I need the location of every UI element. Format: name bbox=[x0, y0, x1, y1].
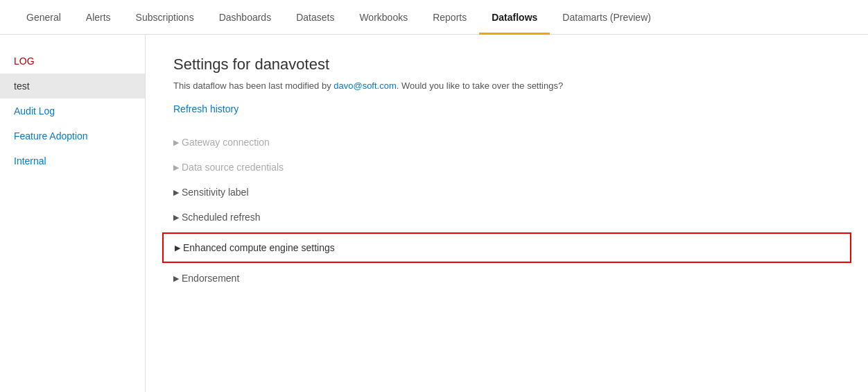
section-scheduled-refresh[interactable]: ▶ Scheduled refresh bbox=[173, 205, 840, 230]
content-area: Settings for danavotest This dataflow ha… bbox=[146, 35, 868, 392]
sidebar-item-audit-log[interactable]: Audit Log bbox=[0, 99, 145, 123]
subtitle-before-text: This dataflow has been last modified by bbox=[173, 80, 333, 91]
tab-general[interactable]: General bbox=[14, 0, 73, 35]
sidebar-item-test[interactable]: test bbox=[0, 74, 145, 99]
section-sensitivity-label[interactable]: ▶ Sensitivity label bbox=[173, 180, 840, 205]
chevron-right-icon: ▶ bbox=[173, 213, 179, 222]
section-label: Sensitivity label bbox=[182, 187, 249, 198]
subtitle-email-link[interactable]: davo@soft.com bbox=[333, 80, 397, 91]
tab-reports[interactable]: Reports bbox=[420, 0, 479, 35]
tab-alerts[interactable]: Alerts bbox=[73, 0, 123, 35]
main-layout: LOG test Audit Log Feature Adoption Inte… bbox=[0, 35, 868, 392]
top-navigation: General Alerts Subscriptions Dashboards … bbox=[0, 0, 868, 35]
tab-dashboards[interactable]: Dashboards bbox=[207, 0, 284, 35]
section-enhanced-compute[interactable]: ▶ Enhanced compute engine settings bbox=[162, 232, 851, 263]
chevron-right-icon: ▶ bbox=[173, 163, 179, 172]
tab-datamarts[interactable]: Datamarts (Preview) bbox=[550, 0, 663, 35]
section-label: Enhanced compute engine settings bbox=[183, 242, 335, 253]
subtitle-after-text: . Would you like to take over the settin… bbox=[397, 80, 563, 91]
tab-datasets[interactable]: Datasets bbox=[284, 0, 347, 35]
section-gateway-connection[interactable]: ▶ Gateway connection bbox=[173, 130, 840, 155]
tab-subscriptions[interactable]: Subscriptions bbox=[123, 0, 207, 35]
refresh-history-link[interactable]: Refresh history bbox=[173, 103, 238, 114]
sidebar-item-log[interactable]: LOG bbox=[0, 49, 145, 74]
chevron-right-icon: ▶ bbox=[173, 138, 179, 147]
chevron-right-icon: ▶ bbox=[173, 274, 179, 283]
sidebar-item-internal[interactable]: Internal bbox=[0, 148, 145, 173]
page-title: Settings for danavotest bbox=[173, 56, 840, 74]
section-label: Gateway connection bbox=[182, 137, 270, 148]
tab-dataflows[interactable]: Dataflows bbox=[479, 0, 550, 35]
sidebar: LOG test Audit Log Feature Adoption Inte… bbox=[0, 35, 146, 392]
section-endorsement[interactable]: ▶ Endorsement bbox=[173, 266, 840, 291]
tab-workbooks[interactable]: Workbooks bbox=[347, 0, 420, 35]
chevron-right-icon: ▶ bbox=[175, 244, 180, 253]
section-label: Scheduled refresh bbox=[182, 212, 261, 223]
content-subtitle: This dataflow has been last modified by … bbox=[173, 80, 840, 91]
chevron-right-icon: ▶ bbox=[173, 188, 179, 197]
section-data-source-credentials[interactable]: ▶ Data source credentials bbox=[173, 155, 840, 180]
sidebar-item-feature-adoption[interactable]: Feature Adoption bbox=[0, 123, 145, 148]
section-label: Data source credentials bbox=[182, 162, 284, 173]
section-label: Endorsement bbox=[182, 273, 239, 284]
